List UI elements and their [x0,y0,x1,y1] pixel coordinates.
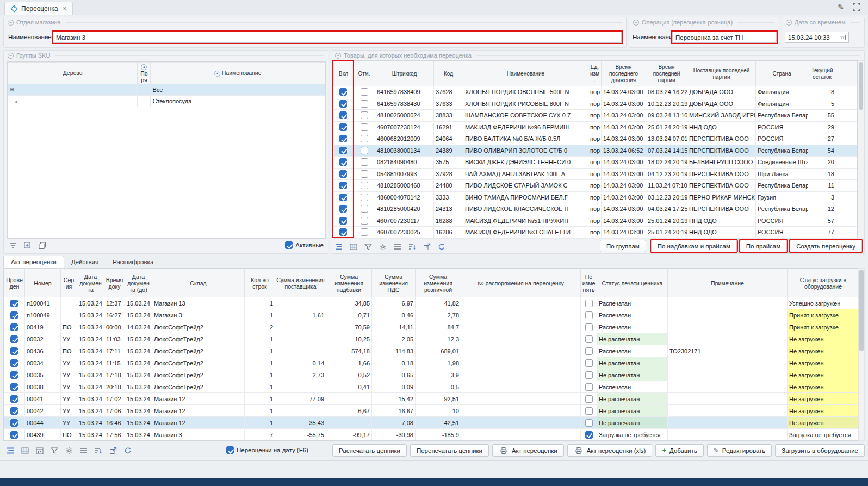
cell-name[interactable]: Все [151,84,325,95]
act-row[interactable]: 00035УУ15.03.2417:1815.03.24ЛюксСофтТрей… [4,369,859,381]
cell-mark[interactable] [354,145,375,157]
done-checkbox[interactable] [10,347,18,355]
cell-date[interactable]: 15.03.24 [77,405,104,417]
done-checkbox[interactable] [10,311,18,319]
active-checkbox[interactable]: Активные [285,241,324,249]
cell-unit[interactable]: пор [588,180,602,192]
cell-stock[interactable]: 18 [808,168,836,180]
cell-order_no[interactable] [461,417,581,429]
cell-order[interactable] [138,95,151,107]
cell-date_to[interactable]: 15.03.24 [125,405,152,417]
col-header-barcode[interactable]: Штрихкод [375,61,434,86]
cell-num[interactable]: п100049 [25,309,61,321]
cell-time[interactable]: 17:56 [104,429,125,441]
cell-unit[interactable]: пор [588,121,602,133]
cell-incl[interactable] [334,191,354,203]
incl-checkbox[interactable] [339,123,347,131]
cell-wh[interactable]: Магазин 12 [152,417,245,429]
cell-barcode[interactable]: 4607007230025 [375,227,434,239]
done-checkbox[interactable] [10,383,18,391]
product-row[interactable]: 0821840904803575ВИСКИ ДЖЕК ДЭНИЭЛС ТЕННЕ… [334,157,858,169]
cell-markup[interactable]: -10,25 [326,333,372,345]
cell-incl[interactable] [334,168,354,180]
cell-sup[interactable] [275,297,326,309]
cell-time[interactable]: 17:02 [104,393,125,405]
cell-vat[interactable]: 15,42 [372,393,416,405]
cell-order_no[interactable] [461,405,581,417]
col-header-mark[interactable]: Отм. [354,61,375,86]
cell-stock[interactable]: 54 [808,145,836,157]
cell-supplier[interactable]: МИНСКИЙ ЗАВОД ИГРИ [687,110,756,122]
cell-load-status[interactable]: Принят к загрузке [788,321,859,333]
cell-retail[interactable]: -10 [416,405,461,417]
product-row[interactable]: 48600040701423333ВИНО ТАМАДА ПИРОСМАНИ Б… [334,191,858,203]
cell-sup[interactable]: -2,73 [275,369,326,381]
cell-country[interactable]: Республика Белар [756,145,808,157]
cell-vat[interactable]: -14,11 [372,321,416,333]
cell-series[interactable] [61,297,77,309]
cell-cnt[interactable]: 1 [245,357,275,369]
cell-load-status[interactable]: Не загружен [788,393,859,405]
cell-load-status[interactable]: Не загружен [788,405,859,417]
cell-incl[interactable] [334,121,354,133]
cell-sup[interactable] [275,345,326,357]
revaluation-date-checkbox-box[interactable] [226,446,234,454]
cell-mark[interactable] [354,157,375,169]
incl-checkbox[interactable] [339,205,347,213]
cell-code[interactable]: 24389 [434,145,463,157]
cell-no-change[interactable] [581,309,597,321]
cell-supplier[interactable]: ПЕРСПЕКТИВА ООО [687,145,756,157]
cell-series[interactable]: УУ [61,393,77,405]
cell-spacer[interactable] [836,157,858,169]
edit-button[interactable]: ✎ Редактировать [707,444,772,457]
cell-spacer[interactable] [836,215,858,227]
acts-vertical-scrollbar[interactable] [858,268,865,441]
active-checkbox-box[interactable] [285,241,293,249]
cell-cnt[interactable]: 1 [245,393,275,405]
cell-name[interactable]: ХЛОПЬЯ НОРДИК РИСОВЫЕ 800Г N [463,98,588,110]
cell-mark[interactable] [354,180,375,192]
incl-checkbox[interactable] [339,100,347,108]
cell-code[interactable]: 24064 [434,133,463,145]
cell-no-change[interactable] [581,429,597,441]
cell-no-change[interactable] [581,405,597,417]
no-change-checkbox[interactable] [585,383,593,391]
cell-no-change[interactable] [581,369,597,381]
cell-done[interactable] [4,321,25,333]
cell-series[interactable]: УУ [61,357,77,369]
cell-mark[interactable] [354,215,375,227]
cell-batch[interactable]: 13.03.24 07:01 [646,133,687,145]
cell-move[interactable]: 14.03.24 03:00 [602,168,646,180]
incl-checkbox[interactable] [339,217,347,225]
cell-num[interactable]: 00035 [25,369,61,381]
cell-incl[interactable] [334,203,354,215]
cell-unit[interactable]: пор [588,191,602,203]
cell-note[interactable] [668,429,788,441]
cell-no-change[interactable] [581,297,597,309]
cell-time[interactable]: 17:06 [104,405,125,417]
cell-order_no[interactable] [461,429,581,441]
cell-country[interactable]: РОССИЯ [756,121,808,133]
cell-markup[interactable]: -0,41 [326,381,372,393]
cell-note[interactable] [668,309,788,321]
cell-barcode[interactable]: 4607007230124 [375,121,434,133]
cell-sup[interactable]: 35,43 [275,417,326,429]
cell-retail[interactable]: 42,51 [416,417,461,429]
cell-print-status[interactable]: Распечатан [597,321,668,333]
cell-series[interactable]: ПО [61,429,77,441]
sku-row[interactable]: ●Стеклопосуда [8,95,325,107]
cell-retail[interactable]: -185,9 [416,429,461,441]
cell-markup[interactable]: 574,18 [326,345,372,357]
done-checkbox[interactable] [10,371,18,379]
cell-country[interactable]: Соединенные Шта [756,157,808,169]
cell-code[interactable]: 38833 [434,110,463,122]
cell-wh[interactable]: ЛюксСофтТрейд2 [152,381,245,393]
cell-cnt[interactable]: 1 [245,405,275,417]
by-prices-button[interactable]: По прайсам [740,240,787,252]
cell-order[interactable] [138,84,151,95]
cell-incl[interactable] [334,227,354,239]
filter-icon[interactable] [49,446,59,456]
incl-checkbox[interactable] [339,158,347,166]
product-row[interactable]: 05488100799337928ЧАЙ АХМАД АНГЛ.ЗАВТРАК … [334,168,858,180]
no-change-checkbox[interactable] [585,431,593,439]
